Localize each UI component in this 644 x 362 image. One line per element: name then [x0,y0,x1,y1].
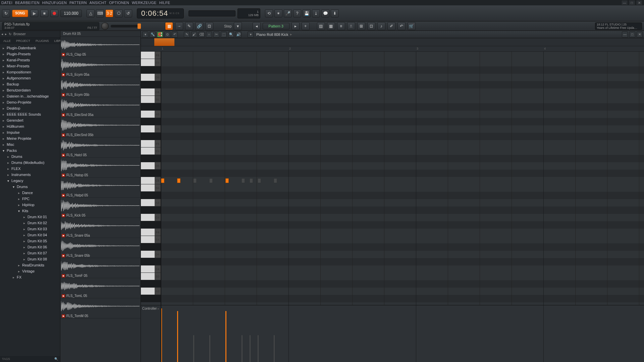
piano-key[interactable] [141,155,161,162]
pattern-selector[interactable]: Pattern 3 [263,23,289,29]
tree-item[interactable]: ▸Vintage [0,268,60,274]
pattern-prev[interactable]: ◂ [253,22,261,30]
view-mixer[interactable]: ⎍ [347,22,355,30]
tree-item[interactable]: ▸Gerendert [0,117,60,123]
tree-item[interactable]: ▸Aufgenommen [0,75,60,81]
sample-item[interactable]: ▶FLS_Snare 05b [60,238,141,258]
tree-item[interactable]: ▸Drum Kit 08 [0,256,60,262]
velocity-bar[interactable] [225,311,226,362]
velocity-bar[interactable] [193,335,194,362]
piano-key[interactable]: G4 [141,214,161,221]
tool-stamp[interactable]: ⊡ [205,22,213,30]
play-icon[interactable]: ▶ [62,93,65,97]
play-icon[interactable]: ▶ [62,314,65,318]
minimize-button[interactable]: — [621,0,628,5]
render-button[interactable]: ⤓ [312,9,320,17]
velocity-bar[interactable] [258,335,259,362]
pr-tool-stamp[interactable]: ⊙ [164,32,170,38]
snap-dropdown[interactable]: ▾ [234,22,242,30]
piano-key[interactable]: F5 [141,140,161,147]
menu-pattern[interactable]: PATTERN [69,1,87,5]
piano-key[interactable]: A3 [141,288,161,295]
undo-button[interactable]: ⟲ [265,9,273,17]
velocity-bar[interactable] [274,335,275,362]
piano-key[interactable]: B5 [141,96,161,103]
piano-roll-minimap[interactable] [141,38,644,46]
tree-item[interactable]: ▸Dance [0,190,60,196]
midi-note[interactable] [241,178,245,183]
piano-key[interactable]: E5 [141,147,161,155]
piano-key[interactable]: E4 [141,236,161,243]
pr-tool-erase[interactable]: ⌫ [199,32,205,38]
velocity-bar[interactable] [241,335,243,362]
tree-item[interactable]: ▸Mixer-Presets [0,63,60,69]
midi-note[interactable] [161,178,164,183]
loop-rec-button[interactable]: ↺ [124,9,132,17]
piano-key[interactable] [141,206,161,214]
play-icon[interactable]: ▶ [62,274,65,278]
piano-roll-grid[interactable]: ✎ [161,52,644,305]
midi-note[interactable] [193,178,197,183]
play-button[interactable]: ▶ [30,10,38,17]
tree-item[interactable]: ▸Dateien in…ischenablage [0,93,60,99]
view-plugins[interactable]: ⊡ [367,22,375,30]
save-button[interactable]: 💾 [303,9,311,17]
pr-tool-paint[interactable]: 🖌 [191,32,197,38]
pattern-next[interactable]: ▸ [291,22,300,30]
tree-item[interactable]: ▸Desktop [0,105,60,111]
midi-note[interactable] [274,178,277,183]
tree-item[interactable]: ▸RealDrumkits [0,262,60,268]
browser-fwd-icon[interactable]: ▸ [5,32,7,36]
sample-item[interactable]: ▶FLS_TomL 05 [60,278,141,298]
piano-key[interactable] [141,280,161,288]
play-icon[interactable]: ▶ [62,113,65,117]
piano-key[interactable]: C4 [141,265,161,273]
browser-back-icon[interactable]: ◂ [1,32,3,36]
tree-item[interactable]: ▸Plugin-Datenbank [0,45,60,51]
piano-key[interactable]: A4 [141,199,161,206]
piano-key[interactable]: D6 [141,74,161,81]
play-icon[interactable]: ▶ [62,73,65,76]
tree-item[interactable]: ▸Drum Kit 02 [0,220,60,226]
piano-key[interactable]: F6 [141,52,161,59]
pr-tool-zoom[interactable]: 🔍 [228,32,234,38]
tree-item[interactable]: ▸Demo-Projekte [0,99,60,105]
view-pianoroll[interactable]: ▦ [327,22,335,30]
pr-tool-wrench[interactable]: 🔧 [150,32,156,38]
pitch-slider[interactable] [111,25,141,27]
sample-item[interactable]: ▶FLS_Clap 05 [60,37,141,57]
tree-item[interactable]: ▸Instruments [0,172,60,178]
pr-tool-select[interactable]: ⬚ [221,32,227,38]
midi-note[interactable] [250,178,253,183]
velocity-bar[interactable] [250,335,251,362]
view-shop[interactable]: 🛒 [408,22,416,30]
play-icon[interactable]: ▶ [62,53,65,56]
tree-item[interactable]: ▾Legacy [0,178,60,184]
view-undo-history[interactable]: ↶ [397,22,406,30]
sample-item[interactable]: ▶FLS_Ecym 05b [60,77,141,97]
play-icon[interactable]: ▶ [62,133,65,137]
piano-roll-timeline[interactable]: 1234 [141,46,644,52]
overdub-button[interactable]: ⎔ [115,9,123,17]
sample-item[interactable]: ▶FLS_TomM 05 [60,298,141,318]
midi-note[interactable] [177,178,180,183]
tool-arrow[interactable]: → [175,22,183,30]
tree-item[interactable]: ▸Meine Projekte [0,135,60,141]
tree-item[interactable]: ▸FPC [0,196,60,202]
sample-item[interactable]: ▶FLS_Hatcl 05 [60,137,141,158]
tree-item[interactable]: ▸Drum Kit 04 [0,232,60,238]
volume-knob[interactable] [101,22,109,30]
view-channels[interactable]: ≡ [337,22,345,30]
song-mode-button[interactable]: SONG [12,10,28,17]
piano-key[interactable] [141,133,161,140]
piano-key[interactable] [141,118,161,125]
browser-tab-plugins[interactable]: PLUGINS [34,39,51,43]
piano-key[interactable]: E6 [141,59,161,66]
tree-item[interactable]: ▸Drum Kit 01 [0,214,60,220]
tree-item[interactable]: ▸HipHop [0,202,60,208]
close-button[interactable]: ✕ [636,0,643,5]
piano-key[interactable]: A5 [141,111,161,118]
maximize-button[interactable]: □ [629,0,635,5]
play-icon[interactable]: ▶ [62,154,65,157]
piano-key[interactable]: G5 [141,125,161,133]
